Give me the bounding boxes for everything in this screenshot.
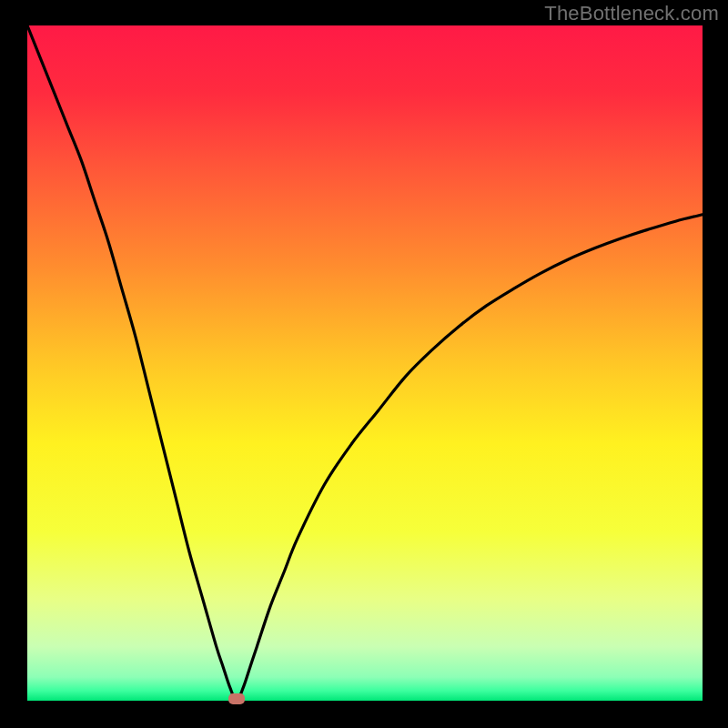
chart-frame: { "watermark": "TheBottleneck.com", "cha…	[0, 0, 728, 728]
minimum-marker	[228, 693, 245, 704]
plot-background	[27, 25, 703, 701]
bottleneck-chart	[0, 0, 728, 728]
watermark-text: TheBottleneck.com	[544, 2, 719, 25]
